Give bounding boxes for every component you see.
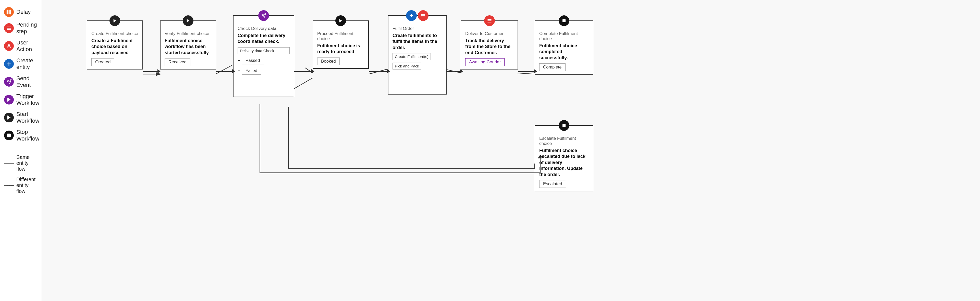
sidebar-item-create-entity-label: Create entity — [16, 57, 38, 70]
node-complete-body: Fulfilment choice completed successfully… — [539, 43, 589, 61]
svg-rect-26 — [487, 21, 491, 21]
send-event-icon — [4, 77, 14, 86]
arrowhead-verify-check — [232, 69, 235, 73]
check-passed-row: Passed — [238, 57, 290, 64]
sidebar-item-user-action[interactable]: User Action — [4, 38, 38, 54]
svg-rect-2 — [7, 27, 11, 27]
fulfil-create-row: Create Fulfilment(s) — [393, 53, 442, 60]
svg-rect-24 — [422, 17, 425, 18]
fulfil-pack-row: Pick and Pack — [393, 62, 442, 69]
node-create-fulfilment-badge: Created — [91, 58, 115, 66]
node-proceed-badge: Booked — [317, 58, 340, 65]
node-check-delivery-header: Check Delivery data — [238, 26, 290, 31]
same-entity-flow-legend: Same entity flow — [4, 153, 38, 173]
arrowhead-create-verify — [158, 69, 161, 73]
arrowhead-fulfil-deliver — [460, 69, 463, 73]
svg-rect-3 — [7, 28, 11, 29]
svg-marker-20 — [187, 19, 189, 22]
arrow-check-proceed — [294, 71, 313, 72]
sidebar-item-send-event-label: Send Event — [16, 75, 38, 88]
node-fulfil-header: Fulfil Order — [393, 26, 442, 31]
node-fulfil-order[interactable]: Fulfil Order Create fulfilments to fulfi… — [388, 15, 447, 94]
different-entity-flow-label: Different entity flow — [16, 176, 38, 194]
svg-marker-19 — [114, 19, 116, 22]
node-escalate-badge: Escalated — [539, 180, 566, 188]
sidebar-item-send-event[interactable]: Send Event — [4, 74, 38, 90]
start-workflow-icon — [4, 113, 14, 122]
sidebar-item-trigger-workflow[interactable]: Trigger Workflow — [4, 92, 38, 107]
node-deliver-to-customer[interactable]: Deliver to Customer Track the delivery f… — [461, 21, 518, 69]
svg-line-10 — [216, 65, 232, 74]
svg-point-5 — [8, 44, 10, 46]
arrowhead-check-proceed — [311, 69, 314, 73]
trigger-workflow-icon — [4, 95, 14, 104]
arrowhead-deliver-complete — [534, 69, 537, 73]
node-proceed-fulfilment[interactable]: Proceed Fulfilment choice Fulfilment cho… — [313, 21, 369, 69]
verify-node-icon — [183, 15, 193, 26]
deliver-node-icon — [484, 15, 495, 26]
node-escalate-header: Escalate Fulfilment choice — [539, 136, 589, 146]
proceed-node-icon — [335, 15, 346, 26]
solid-line-icon — [4, 163, 14, 163]
sidebar: Delay Pending step User Action Create en… — [0, 0, 42, 301]
dashed-line-icon — [4, 185, 14, 186]
node-create-fulfilment-body: Create a Fulfilment choice based on payl… — [91, 38, 138, 56]
svg-marker-21 — [339, 19, 342, 22]
create-entity-icon — [4, 59, 14, 69]
arrow-escalate-up — [540, 156, 541, 173]
sidebar-item-pending-step[interactable]: Pending step — [4, 21, 38, 36]
svg-rect-1 — [10, 10, 11, 14]
node-fulfil-body: Create fulfilments to fulfil the items i… — [393, 33, 442, 51]
node-check-passed-badge: Passed — [242, 57, 264, 64]
fulfil-order-icon-plus — [406, 10, 417, 21]
node-proceed-body: Fulfilment choice is ready to proceed — [317, 43, 364, 55]
arrow-failed-down — [259, 104, 260, 173]
delay-icon — [4, 7, 14, 17]
arrowhead-proceed-fulfil — [387, 69, 390, 73]
sidebar-item-create-entity[interactable]: Create entity — [4, 56, 38, 72]
node-check-delivery-data-badge: Delivery data Check — [238, 47, 290, 54]
different-entity-flow-legend: Different entity flow — [4, 176, 38, 195]
user-action-icon — [4, 41, 14, 51]
arrowhead-escalate — [538, 155, 542, 159]
stop-workflow-icon — [4, 131, 14, 140]
node-verify-header: Verify Fulfilment choice — [165, 31, 212, 36]
sidebar-item-stop-workflow-label: Stop Workflow — [16, 129, 39, 142]
escalate-node-icon — [558, 120, 570, 131]
svg-rect-8 — [7, 134, 11, 138]
arrow-deliver-complete — [518, 71, 536, 72]
sidebar-item-delay-label: Delay — [16, 9, 30, 15]
node-fulfil-pack-badge: Pick and Pack — [393, 62, 422, 69]
svg-marker-6 — [7, 98, 11, 102]
node-complete-fulfilment[interactable]: Complete Fulfilment choice Fulfilment ch… — [535, 21, 593, 75]
sidebar-item-pending-step-label: Pending step — [16, 21, 38, 35]
start-workflow-node-icon — [110, 15, 120, 26]
node-deliver-body: Track the delivery from the Store to the… — [465, 38, 514, 56]
node-fulfil-create-badge: Create Fulfilment(s) — [393, 53, 431, 60]
svg-rect-27 — [487, 22, 491, 22]
arrow-proceed-fulfil — [369, 71, 389, 72]
node-create-fulfilment[interactable]: Create Fulfilment choice Create a Fulfil… — [87, 21, 143, 69]
node-verify-fulfilment[interactable]: Verify Fulfilment choice Fulfilment choi… — [160, 21, 216, 69]
arrow-create-verify — [143, 71, 159, 72]
svg-rect-23 — [422, 15, 425, 16]
workflow-canvas: Create Fulfilment choice Create a Fulfil… — [42, 0, 980, 301]
arrow-verify-check — [216, 71, 234, 72]
svg-line-15 — [517, 73, 535, 74]
svg-marker-7 — [7, 115, 11, 120]
node-check-delivery-body: Complete the delivery coordinates check. — [238, 33, 290, 45]
sidebar-item-start-workflow[interactable]: Start Workflow — [4, 110, 38, 125]
node-escalate-fulfilment[interactable]: Escalate Fulfilment choice Fulfilment ch… — [535, 125, 593, 191]
sidebar-item-user-action-label: User Action — [16, 39, 38, 53]
pending-step-icon — [4, 23, 14, 33]
arrow-failed-across — [259, 173, 540, 173]
sidebar-item-stop-workflow[interactable]: Stop Workflow — [4, 128, 38, 143]
check-delivery-node-icon — [258, 10, 269, 21]
node-complete-header: Complete Fulfilment choice — [539, 31, 589, 42]
complete-node-icon — [558, 15, 570, 26]
node-verify-body: Fulfilment choice workflow has been star… — [165, 38, 212, 56]
svg-rect-22 — [422, 14, 425, 15]
sidebar-item-delay[interactable]: Delay — [4, 6, 38, 18]
node-check-delivery[interactable]: Check Delivery data Complete the deliver… — [233, 15, 294, 97]
node-complete-badge: Complete — [539, 63, 566, 71]
